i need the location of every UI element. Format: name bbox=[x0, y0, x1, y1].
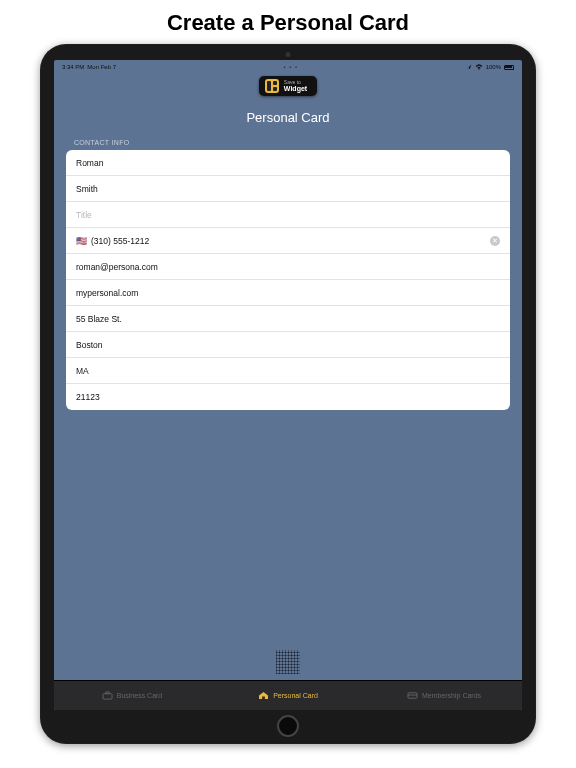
phone-field[interactable]: 🇺🇸 (310) 555-1212 ✕ bbox=[66, 228, 510, 254]
tab-membership-cards[interactable]: Membership Cards bbox=[366, 681, 522, 710]
website-value: mypersonal.com bbox=[76, 288, 138, 298]
last-name-field[interactable]: Smith bbox=[66, 176, 510, 202]
save-to-widget-button[interactable]: Save to Widget bbox=[259, 76, 317, 96]
city-value: Boston bbox=[76, 340, 102, 350]
battery-icon bbox=[504, 65, 514, 70]
zip-value: 21123 bbox=[76, 392, 100, 402]
widget-button-title: Widget bbox=[284, 85, 307, 92]
zip-field[interactable]: 21123 bbox=[66, 384, 510, 410]
tab-personal-card[interactable]: Personal Card bbox=[210, 681, 366, 710]
widget-app-icon bbox=[265, 79, 279, 93]
location-icon bbox=[466, 64, 472, 71]
section-header-contact-info: CONTACT INFO bbox=[54, 139, 522, 150]
street-field[interactable]: 55 Blaze St. bbox=[66, 306, 510, 332]
clear-phone-button[interactable]: ✕ bbox=[490, 236, 500, 246]
status-bar: 3:34 PM Mon Feb 7 • • • 100% bbox=[54, 60, 522, 74]
email-value: roman@persona.com bbox=[76, 262, 158, 272]
ipad-home-button[interactable] bbox=[277, 715, 299, 737]
multitask-dots[interactable]: • • • bbox=[284, 64, 299, 70]
page-title: Personal Card bbox=[54, 110, 522, 125]
email-field[interactable]: roman@persona.com bbox=[66, 254, 510, 280]
app-screen: 3:34 PM Mon Feb 7 • • • 100% bbox=[54, 60, 522, 710]
ipad-device-frame: 3:34 PM Mon Feb 7 • • • 100% bbox=[40, 44, 536, 744]
title-placeholder: Title bbox=[76, 210, 92, 220]
qr-code-icon[interactable] bbox=[276, 650, 300, 674]
phone-value: (310) 555-1212 bbox=[91, 236, 149, 246]
svg-rect-1 bbox=[103, 694, 112, 699]
tab-membership-label: Membership Cards bbox=[422, 692, 481, 699]
state-value: MA bbox=[76, 366, 89, 376]
svg-point-0 bbox=[478, 68, 479, 69]
tab-business-label: Business Card bbox=[117, 692, 163, 699]
svg-rect-2 bbox=[105, 692, 109, 694]
title-field[interactable]: Title bbox=[66, 202, 510, 228]
city-field[interactable]: Boston bbox=[66, 332, 510, 358]
website-field[interactable]: mypersonal.com bbox=[66, 280, 510, 306]
battery-percent: 100% bbox=[486, 64, 501, 70]
card-icon bbox=[407, 691, 418, 700]
status-time: 3:34 PM bbox=[62, 64, 84, 70]
status-date: Mon Feb 7 bbox=[87, 64, 116, 70]
tab-business-card[interactable]: Business Card bbox=[54, 681, 210, 710]
briefcase-icon bbox=[102, 691, 113, 700]
last-name-value: Smith bbox=[76, 184, 98, 194]
tab-personal-label: Personal Card bbox=[273, 692, 318, 699]
contact-form-card: Roman Smith Title 🇺🇸 (310) 555-1212 ✕ ro… bbox=[66, 150, 510, 410]
content-spacer bbox=[54, 410, 522, 680]
country-flag-icon[interactable]: 🇺🇸 bbox=[76, 236, 87, 246]
street-value: 55 Blaze St. bbox=[76, 314, 122, 324]
state-field[interactable]: MA bbox=[66, 358, 510, 384]
first-name-value: Roman bbox=[76, 158, 103, 168]
home-icon bbox=[258, 691, 269, 700]
camera-dot bbox=[286, 52, 291, 57]
first-name-field[interactable]: Roman bbox=[66, 150, 510, 176]
tab-bar: Business Card Personal Card Membership C… bbox=[54, 680, 522, 710]
marketing-headline: Create a Personal Card bbox=[0, 0, 576, 44]
wifi-icon bbox=[475, 64, 483, 71]
